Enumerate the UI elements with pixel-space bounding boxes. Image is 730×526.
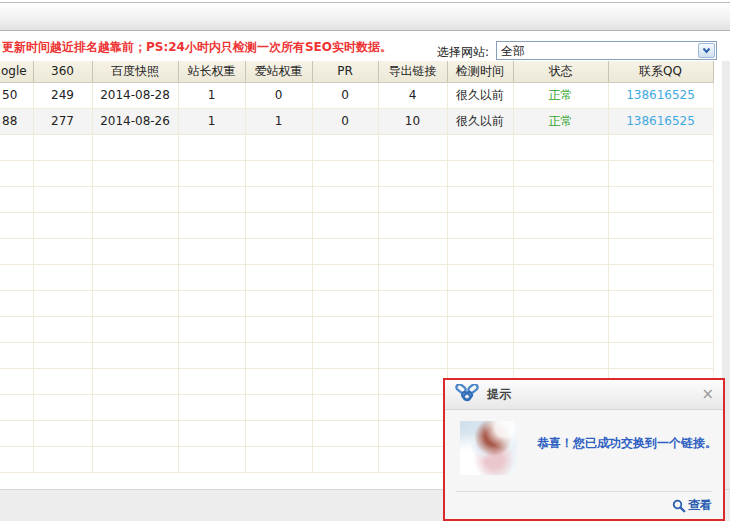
notification-thumbnail [460, 421, 517, 475]
column-header-outbound-links[interactable]: 导出链接 [378, 61, 447, 82]
column-header-baidu-snapshot[interactable]: 百度快照 [92, 61, 178, 82]
table-cell-empty [33, 342, 92, 368]
table-cell-empty [92, 316, 178, 342]
qq-contact-link[interactable]: 138616525 [608, 108, 713, 134]
table-row-empty [0, 290, 713, 316]
table-row-empty [0, 160, 713, 186]
popup-title: 提示 [487, 386, 511, 403]
table-cell-empty [378, 186, 447, 212]
table-cell-empty [33, 238, 92, 264]
table-cell: 1 [245, 108, 312, 134]
table-cell-empty [312, 186, 378, 212]
table-cell-empty [178, 264, 245, 290]
table-cell-empty [513, 316, 608, 342]
table-cell-empty [378, 264, 447, 290]
table-cell-empty [245, 446, 312, 472]
column-header-google[interactable]: ogle [0, 61, 33, 82]
table-cell-empty [0, 160, 33, 186]
table-cell-empty [33, 420, 92, 446]
table-cell-empty [0, 316, 33, 342]
table-cell-empty [245, 290, 312, 316]
site-filter-label: 选择网站: [437, 44, 489, 61]
table-cell-empty [245, 394, 312, 420]
table-cell-empty [245, 212, 312, 238]
column-header-status[interactable]: 状态 [513, 61, 608, 82]
table-cell-empty [92, 420, 178, 446]
table-cell-empty [0, 238, 33, 264]
table-cell-empty [33, 264, 92, 290]
table-cell-empty [178, 186, 245, 212]
table-cell-empty [92, 342, 178, 368]
table-cell-empty [33, 394, 92, 420]
table-row: 88 277 2014-08-26 1 1 0 10 很久以前 正常 13861… [0, 108, 713, 134]
table-cell: 0 [312, 82, 378, 108]
table-row: 50 249 2014-08-28 1 0 0 4 很久以前 正常 138616… [0, 82, 713, 108]
table-cell-empty [378, 394, 447, 420]
table-row-empty [0, 316, 713, 342]
table-cell-empty [245, 134, 312, 160]
table-cell-empty [92, 368, 178, 394]
table-cell-empty [178, 316, 245, 342]
table-header-row: ogle 360 百度快照 站长权重 爱站权重 PR 导出链接 检测时间 状态 … [0, 61, 713, 82]
popup-message: 恭喜！您已成功交换到一个链接。 [537, 435, 717, 452]
table-cell-empty [33, 316, 92, 342]
table-cell-empty [312, 290, 378, 316]
table-cell-empty [0, 420, 33, 446]
qq-contact-link[interactable]: 138616525 [608, 82, 713, 108]
table-cell: 很久以前 [447, 108, 513, 134]
table-cell-empty [378, 160, 447, 186]
close-icon[interactable]: × [701, 387, 714, 402]
table-cell-empty [33, 446, 92, 472]
column-header-360[interactable]: 360 [33, 61, 92, 82]
table-cell-empty [312, 212, 378, 238]
view-button-label: 查看 [688, 497, 712, 514]
table-cell-empty [447, 134, 513, 160]
column-header-webmaster-weight[interactable]: 站长权重 [178, 61, 245, 82]
table-cell-empty [0, 264, 33, 290]
table-cell-empty [245, 160, 312, 186]
table-cell-empty [447, 316, 513, 342]
table-cell-empty [608, 342, 713, 368]
table-cell-empty [312, 160, 378, 186]
chevron-down-icon[interactable] [698, 43, 715, 58]
site-select[interactable]: 全部 [496, 41, 717, 60]
link-exchange-icon [454, 384, 480, 405]
table-cell-empty [608, 316, 713, 342]
table-cell-empty [92, 212, 178, 238]
column-header-contact-qq[interactable]: 联系QQ [608, 61, 713, 82]
table-cell-empty [92, 160, 178, 186]
seo-link-exchange-page: 更新时间越近排名越靠前；PS:24小时内只检测一次所有SEO实时数据。 选择网站… [0, 0, 730, 526]
view-button[interactable]: 查看 [672, 497, 712, 514]
table-cell-empty [178, 420, 245, 446]
table-cell-empty [312, 446, 378, 472]
table-cell-empty [378, 342, 447, 368]
table-cell-empty [608, 264, 713, 290]
column-header-aizhan-weight[interactable]: 爱站权重 [245, 61, 312, 82]
popup-footer: 查看 [456, 491, 712, 519]
table-cell: 50 [0, 82, 33, 108]
column-header-pr[interactable]: PR [312, 61, 378, 82]
table-cell-empty [378, 212, 447, 238]
table-cell: 88 [0, 108, 33, 134]
table-cell-empty [513, 212, 608, 238]
table-cell-empty [92, 134, 178, 160]
table-row-empty [0, 186, 713, 212]
table-cell-empty [33, 368, 92, 394]
table-cell-empty [92, 290, 178, 316]
table-cell-empty [513, 264, 608, 290]
table-cell-empty [245, 264, 312, 290]
table-cell-empty [0, 212, 33, 238]
column-header-check-time[interactable]: 检测时间 [447, 61, 513, 82]
table-cell-empty [608, 160, 713, 186]
notice-text: 更新时间越近排名越靠前；PS:24小时内只检测一次所有SEO实时数据。 [2, 39, 392, 56]
table-cell-empty [378, 368, 447, 394]
table-cell: 很久以前 [447, 82, 513, 108]
table-cell: 2014-08-28 [92, 82, 178, 108]
table-cell-empty [513, 186, 608, 212]
status-badge: 正常 [513, 108, 608, 134]
table-cell-empty [0, 342, 33, 368]
table-cell-empty [178, 212, 245, 238]
table-cell-empty [608, 238, 713, 264]
table-cell-empty [178, 368, 245, 394]
table-cell: 10 [378, 108, 447, 134]
